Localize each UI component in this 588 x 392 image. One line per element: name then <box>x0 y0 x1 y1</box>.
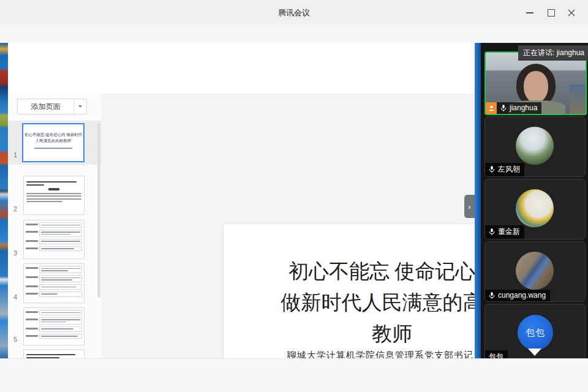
speaking-indicator-tooltip: 正在讲话: jianghua <box>518 45 588 61</box>
add-page-button[interactable]: 添加页面 <box>17 99 87 115</box>
video-tile-dongjinxin[interactable]: 董金新 <box>484 179 586 239</box>
editor-header: 聊城大学计算机学院姜华党课 ✓ 最近保存 16:30 A <box>8 43 475 70</box>
add-page-label: 添加页面 <box>18 99 74 114</box>
participant-avatar <box>516 127 554 165</box>
video-tile-zuofengchao[interactable]: 左风朝 <box>484 116 586 177</box>
video-tile-jianghua[interactable]: jianghua <box>484 51 587 115</box>
scroll-down-arrow-icon[interactable] <box>528 349 541 356</box>
slide-number: 3 <box>10 249 20 257</box>
slide-number: 4 <box>10 293 20 301</box>
thumbnail-content <box>24 310 84 339</box>
desktop-edge-sliver <box>0 43 8 358</box>
minimize-button[interactable] <box>521 7 539 18</box>
thumbnail-title-text: 初心不能忘 使命记心间 做新时代人民满意的高校教师 <box>23 124 83 144</box>
mic-on-icon <box>489 228 495 236</box>
mic-on-icon <box>500 104 507 112</box>
participant-avatar: 包包 <box>518 315 553 350</box>
slide-number: 1 <box>10 151 20 159</box>
host-badge-icon <box>486 102 497 114</box>
participant-avatar <box>516 189 554 227</box>
thumbnail-subtitle-bar <box>34 148 72 149</box>
slide-thumbnail-6[interactable] <box>23 349 85 358</box>
slide-thumbnail-5[interactable] <box>23 307 85 345</box>
slide-sidebar: 添加页面 1 初心不能忘 使命记心间 做新时代人民满意的高校教师 2 3 4 <box>8 94 102 358</box>
participant-name-chip: 左风朝 <box>485 163 524 176</box>
slide-thumbnail-4[interactable] <box>23 263 85 303</box>
window-title: 腾讯会议 <box>0 7 588 18</box>
video-panel: jianghua 左风朝 董金新 cungang.wang 包包 包包 <box>481 43 588 358</box>
video-tile-cungang-wang[interactable]: cungang.wang <box>484 241 586 302</box>
slide-title[interactable]: 初心不能忘 使命记心间 做新时代人民满意的高校教师 <box>275 256 509 350</box>
thumbnail-content <box>24 176 84 202</box>
participant-name-chip: 包包 <box>485 350 508 358</box>
window-titlebar: 腾讯会议 <box>0 0 588 25</box>
slide-number: 2 <box>10 205 20 213</box>
meeting-topbar: i 05:04 切换视图 <box>0 24 588 43</box>
thumbnail-content <box>24 222 84 251</box>
thumbnail-content <box>24 350 84 358</box>
meeting-bottom-toolbar: 静音 开启视频 共享屏幕 邀请 <box>0 358 588 392</box>
add-page-dropdown[interactable] <box>74 99 86 114</box>
slide-thumbnail-3[interactable] <box>23 220 85 259</box>
editor-toolbar: ↺ ↻ A 16 <box>8 70 475 94</box>
participant-name-chip: jianghua <box>497 102 541 114</box>
sidebar-scrollbar[interactable] <box>97 123 100 298</box>
screen-edge-divider <box>475 43 481 358</box>
slide-number: 5 <box>10 336 20 343</box>
mic-on-icon <box>489 165 495 173</box>
participant-avatar <box>516 252 554 290</box>
slide-thumbnail-2[interactable] <box>23 176 85 215</box>
thumbnail-content <box>24 266 84 297</box>
slide-thumbnail-1[interactable]: 初心不能忘 使命记心间 做新时代人民满意的高校教师 <box>22 123 85 162</box>
panel-expand-tab[interactable]: › <box>464 195 475 218</box>
maximize-button[interactable] <box>542 7 560 18</box>
participant-name-chip: 董金新 <box>485 225 524 239</box>
slide-canvas: 初心不能忘 使命记心间 做新时代人民满意的高校教师 聊城大学计算机学院信息管理系… <box>101 94 475 358</box>
close-button[interactable] <box>562 7 581 18</box>
participant-name-chip: cungang.wang <box>485 290 550 301</box>
mic-on-icon <box>489 292 495 300</box>
